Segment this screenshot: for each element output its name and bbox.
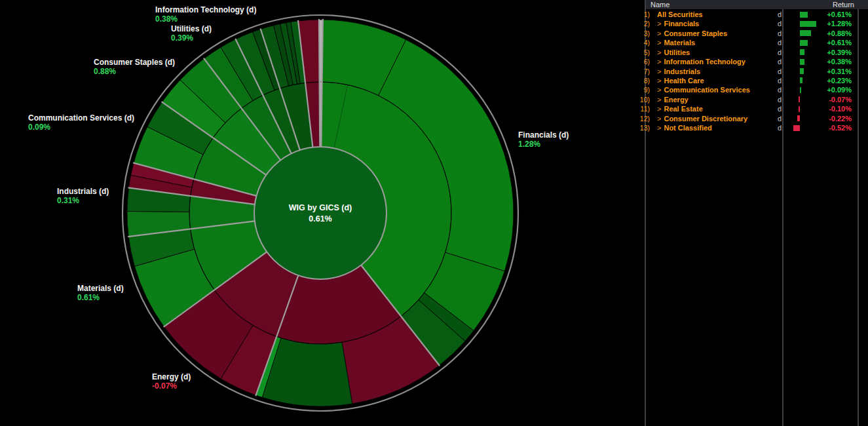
row-number: 3) xyxy=(630,29,650,38)
sector-name-link[interactable]: >Real Estate xyxy=(657,104,703,113)
daily-flag: d xyxy=(775,114,782,123)
table-row[interactable]: 13)>Not Classifiedd-0.52% xyxy=(630,123,868,132)
return-value: +0.31% xyxy=(827,67,852,76)
sector-name-link[interactable]: >Information Technology xyxy=(657,57,745,66)
return-bar xyxy=(800,59,804,65)
return-value: -0.10% xyxy=(829,104,852,113)
table-row[interactable]: 9)>Communication Servicesd+0.09% xyxy=(630,85,868,94)
return-bar xyxy=(799,96,800,102)
table-row[interactable]: 8)>Health Cared+0.23% xyxy=(630,76,868,85)
table-row[interactable]: 3)>Consumer Staplesd+0.88% xyxy=(630,29,868,38)
table-row[interactable]: 2)>Financialsd+1.28% xyxy=(630,19,868,28)
sector-label-name: Energy (d) xyxy=(152,372,191,381)
expand-arrow-icon: > xyxy=(657,20,664,28)
sector-label-name: Industrials (d) xyxy=(57,187,109,196)
column-header-name: Name xyxy=(651,0,670,9)
sector-label-value: 0.31% xyxy=(57,196,109,205)
return-value: -0.07% xyxy=(829,95,852,104)
terminal-screen: Information Technology (d)0.38%Utilities… xyxy=(0,0,868,426)
row-number: 1) xyxy=(630,10,650,19)
return-value: +1.28% xyxy=(827,19,852,28)
daily-flag: d xyxy=(775,38,782,47)
daily-flag: d xyxy=(775,85,782,94)
table-row[interactable]: 1)All Securitiesd+0.61% xyxy=(630,10,868,19)
daily-flag: d xyxy=(775,57,782,66)
expand-arrow-icon: > xyxy=(657,124,664,132)
expand-arrow-icon: > xyxy=(657,115,664,123)
table-row[interactable]: 6)>Information Technologyd+0.38% xyxy=(630,57,868,66)
row-number: 10) xyxy=(630,95,650,104)
return-value: -0.22% xyxy=(829,114,852,123)
column-header-return: Return xyxy=(833,0,854,9)
sector-label-value: 0.61% xyxy=(77,293,124,302)
return-value: +0.38% xyxy=(827,57,852,66)
return-value: +0.61% xyxy=(827,38,852,47)
sector-label-value: 0.09% xyxy=(28,123,134,132)
return-bar xyxy=(800,30,811,36)
row-number: 4) xyxy=(630,38,650,47)
sector-label-value: -0.07% xyxy=(152,381,191,391)
sector-label-value: 0.38% xyxy=(155,14,256,24)
sector-separator xyxy=(319,19,320,148)
table-row[interactable]: 7)>Industrialsd+0.31% xyxy=(630,67,868,76)
row-number: 2) xyxy=(630,19,650,28)
row-number: 11) xyxy=(630,104,650,113)
return-bar xyxy=(793,125,800,131)
return-bar xyxy=(799,106,800,112)
sector-label-financials-d-: Financials (d)1.28% xyxy=(518,130,569,149)
sector-name-link[interactable]: >Energy xyxy=(657,95,689,104)
expand-arrow-icon: > xyxy=(657,105,664,113)
sector-name-link[interactable]: >Consumer Discretionary xyxy=(657,114,747,123)
sector-label-communication-services-d-: Communication Services (d)0.09% xyxy=(28,113,134,132)
sector-label-name: Utilities (d) xyxy=(171,24,212,33)
row-number: 5) xyxy=(630,48,650,57)
sector-label-energy-d-: Energy (d)-0.07% xyxy=(152,372,191,391)
return-bar xyxy=(800,87,801,93)
table-row[interactable]: 10)>Energyd-0.07% xyxy=(630,95,868,104)
table-header: Name Return xyxy=(646,0,868,9)
table-row[interactable]: 4)>Materialsd+0.61% xyxy=(630,38,868,47)
expand-arrow-icon: > xyxy=(657,68,664,75)
sector-name-link[interactable]: >Communication Services xyxy=(657,85,750,94)
sector-label-materials-d-: Materials (d)0.61% xyxy=(77,284,124,302)
sector-name-link[interactable]: All Securities xyxy=(657,10,703,19)
expand-arrow-icon: > xyxy=(657,58,664,66)
sector-name-link[interactable]: >Utilities xyxy=(657,48,690,57)
center-circle xyxy=(254,147,387,279)
sector-name-link[interactable]: >Materials xyxy=(657,38,695,47)
expand-arrow-icon: > xyxy=(657,29,664,37)
sector-label-information-technology-d-: Information Technology (d)0.38% xyxy=(155,5,256,24)
expand-arrow-icon: > xyxy=(657,96,664,104)
daily-flag: d xyxy=(775,19,782,28)
sector-name-link[interactable]: >Health Care xyxy=(657,76,704,85)
table-row[interactable]: 11)>Real Estated-0.10% xyxy=(630,104,868,113)
return-bar xyxy=(800,21,816,27)
sector-label-value: 1.28% xyxy=(518,140,569,149)
daily-flag: d xyxy=(775,48,782,57)
expand-arrow-icon: > xyxy=(657,48,664,56)
table-row[interactable]: 12)>Consumer Discretionaryd-0.22% xyxy=(630,114,868,123)
sector-label-industrials-d-: Industrials (d)0.31% xyxy=(57,187,109,205)
sector-name-link[interactable]: >Financials xyxy=(657,19,699,28)
daily-flag: d xyxy=(775,67,782,76)
return-value: +0.09% xyxy=(827,85,852,94)
return-value: +0.61% xyxy=(827,10,852,19)
return-value: +0.23% xyxy=(827,76,852,85)
row-number: 6) xyxy=(630,57,650,66)
return-bar xyxy=(800,77,802,83)
sector-name-link[interactable]: >Industrials xyxy=(657,67,700,76)
sector-name-link[interactable]: >Consumer Staples xyxy=(657,29,727,38)
sector-label-name: Communication Services (d) xyxy=(28,113,134,123)
sector-label-name: Consumer Staples (d) xyxy=(94,58,175,67)
return-bar xyxy=(800,49,804,55)
table-row[interactable]: 5)>Utilitiesd+0.39% xyxy=(630,48,868,57)
expand-arrow-icon: > xyxy=(657,86,664,94)
return-bar xyxy=(800,40,808,46)
expand-arrow-icon: > xyxy=(657,77,664,85)
sector-label-consumer-staples-d-: Consumer Staples (d)0.88% xyxy=(94,58,175,76)
daily-flag: d xyxy=(775,104,782,113)
sector-label-name: Materials (d) xyxy=(77,284,124,293)
sector-name-link[interactable]: >Not Classified xyxy=(657,123,712,132)
daily-flag: d xyxy=(775,29,782,38)
daily-flag: d xyxy=(775,10,782,19)
